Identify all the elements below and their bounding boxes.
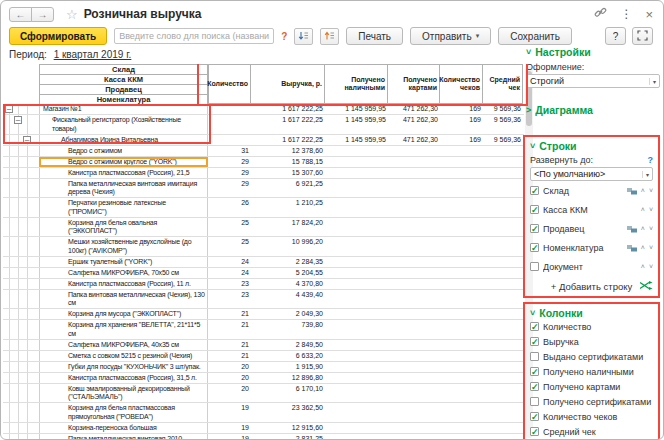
column-field-item[interactable]: ✓ Получено картами [530,379,653,394]
checkbox[interactable]: ✓ [530,427,539,436]
checkbox[interactable] [530,262,539,271]
fullscreen-button[interactable] [632,27,653,45]
table-row[interactable]: Корзина для белья пластмассовая прямоуго… [3,403,524,423]
hierarchy-icon[interactable] [627,225,637,233]
table-row[interactable]: Канистра пластмассовая (Россия), 11 л. 2… [3,279,524,290]
col-header-quantity[interactable]: Количество [208,64,251,104]
table-row[interactable]: Сметка с совком 5215 с резиной (Чехия) 2… [3,351,524,362]
checkbox[interactable]: ✓ [530,322,539,331]
table-row[interactable]: Корзина для мусора ("ЭККОПЛАСТ") 21 2 04… [3,309,524,320]
expand-help-icon[interactable]: ? [648,155,654,165]
move-down-icon[interactable]: ˅ [649,187,653,194]
move-up-icon[interactable]: ˄ [641,187,645,194]
more-menu-icon[interactable]: ⋮ [620,7,632,21]
column-field-item[interactable]: Выдано сертификатами [530,349,653,364]
close-icon[interactable]: × [645,7,653,22]
col-header-checks[interactable]: Количество чеков [440,64,483,104]
move-down-icon[interactable]: ˅ [649,263,653,270]
hierarchy-icon[interactable] [627,244,637,252]
expand-groups-button[interactable] [320,28,339,45]
checkbox[interactable]: ✓ [530,186,539,195]
period-link[interactable]: 1 квартал 2019 г. [54,49,132,60]
row-field-item[interactable]: ✓ Касса ККМ ˄ ˅ [530,200,653,219]
print-button[interactable]: Печать [346,27,403,45]
row-field-item[interactable]: ✓ Продавец ˄ ˅ [530,219,653,238]
table-row[interactable]: Салфетка МИКРОФИБРА, 40x35 см 21 2 849,5… [3,340,524,351]
row-field-item[interactable]: Документ ˄ ˅ [530,257,653,276]
checkbox[interactable]: ✓ [530,224,539,233]
collapse-expander-icon[interactable]: – [23,136,31,144]
table-row[interactable]: – Фискальный регистратор (Хозяйственные … [3,115,524,135]
checkbox[interactable]: ✓ [530,337,539,346]
column-field-item[interactable]: ✓ Количество [530,319,653,334]
table-row[interactable]: Губки для посуды "КУХОНЬЧИК" 3 шт/упак. … [3,362,524,373]
columns-section-header[interactable]: ˅ Колонки [530,307,653,319]
save-button[interactable]: Сохранить [498,27,572,45]
search-input[interactable] [114,28,274,44]
help-button[interactable]: ? [605,27,626,45]
generate-button[interactable]: Сформировать [9,27,107,45]
col-header-revenue[interactable]: Выручка, р. [251,64,325,104]
col-header-cards[interactable]: Получено картами [388,64,440,104]
appearance-select[interactable]: Строгий ▾ [526,74,660,88]
checkbox[interactable]: ✓ [530,367,539,376]
table-row[interactable]: Канистра пластмассовая (Россия), 31,5 л.… [3,373,524,384]
get-link-icon[interactable] [594,5,607,23]
forward-button[interactable]: → [31,7,54,22]
table-row[interactable]: – Абнагимова Ирина Витальевна 1 617 222,… [3,135,524,146]
checkbox[interactable] [530,352,539,361]
column-field-item[interactable]: Получено сертификатами [530,394,653,409]
move-down-icon[interactable]: ˅ [649,244,653,251]
column-field-item[interactable]: ✓ Средний чек [530,424,653,439]
move-up-icon[interactable]: ˄ [641,244,645,251]
swap-rows-columns-icon[interactable] [640,281,653,292]
fullscreen-icon [637,30,648,43]
table-row[interactable]: Канистра пластмассовая (Россия), 21,5 29… [3,168,524,179]
favorite-star-icon[interactable]: ☆ [66,7,78,22]
search-help-icon[interactable]: ? [281,31,287,42]
move-up-icon[interactable]: ˄ [641,206,645,213]
collapse-expander-icon[interactable]: – [5,105,13,113]
table-row[interactable]: Папка винтовая металлическая (Чехия), 13… [3,290,524,310]
table-row[interactable]: Ведро с отжимом круглое ("YORK") 29 15 7… [3,157,524,168]
column-field-item[interactable]: ✓ Выручка [530,334,653,349]
column-field-item[interactable]: ✓ Количество чеков [530,409,653,424]
diagram-section-header[interactable]: > Диаграмма [526,104,660,116]
table-row[interactable]: Перчатки резиновые латексные ("ПРОМИС") … [3,198,524,218]
table-row[interactable]: Папка металлическая винтовая имитация де… [3,179,524,199]
row-field-item[interactable]: ✓ Склад ˄ ˅ [530,181,653,200]
move-up-icon[interactable]: ˄ [641,263,645,270]
move-down-icon[interactable]: ˅ [649,206,653,213]
table-row[interactable]: Корзина для хранения "ВЕЛЕТТА", 21*11*5 … [3,320,524,340]
table-row[interactable]: Корзина-переноска большая 19 12 915,60 [3,423,524,434]
table-row[interactable]: Ковш эмалированный декорированный ("СТАЛ… [3,384,524,404]
settings-section-header[interactable]: ˅ Настройки [526,46,660,58]
cash-cell [325,218,388,237]
add-row-button[interactable]: + Добавить строку [551,281,633,292]
checkbox[interactable]: ✓ [530,205,539,214]
checkbox[interactable]: ✓ [530,243,539,252]
table-row[interactable]: Мешки хозяйственные двухслойные (до 100к… [3,237,524,257]
move-up-icon[interactable]: ˄ [641,225,645,232]
hierarchy-icon[interactable] [627,187,637,195]
collapse-groups-button[interactable] [294,28,313,45]
table-row[interactable]: Корзина для белья овальная ("ЭККОПЛАСТ")… [3,218,524,238]
checkbox[interactable]: ✓ [530,412,539,421]
column-field-item[interactable]: ✓ Получено наличными [530,364,653,379]
table-row[interactable]: Салфетка МИКРОФИБРА, 70x50 см 24 5 204,5… [3,268,524,279]
expand-to-select[interactable]: <По умолчанию> ▾ [530,167,653,181]
table-row[interactable]: Папка металлическая винтовая 2010 (Чехия… [3,434,524,440]
table-row[interactable]: Ведро с отжимом 31 12 378,60 [3,146,524,157]
col-header-avg[interactable]: Средний чек [483,64,523,104]
checkbox[interactable]: ✓ [530,382,539,391]
rows-section-header[interactable]: ˅ Строки [530,140,653,152]
table-row[interactable]: Ершик туалетный ("YORK") 24 2 284,35 [3,257,524,268]
send-button[interactable]: Отправить ▾ [410,27,491,45]
move-down-icon[interactable]: ˅ [649,225,653,232]
checkbox[interactable] [530,397,539,406]
back-button[interactable]: ← [9,7,32,22]
collapse-expander-icon[interactable]: – [14,116,22,124]
col-header-cash[interactable]: Получено наличными [325,64,388,104]
table-row[interactable]: – Магазин №1 1 617 222,25 1 145 959,95 4… [3,104,524,115]
row-field-item[interactable]: ✓ Номенклатура ˄ ˅ [530,238,653,257]
